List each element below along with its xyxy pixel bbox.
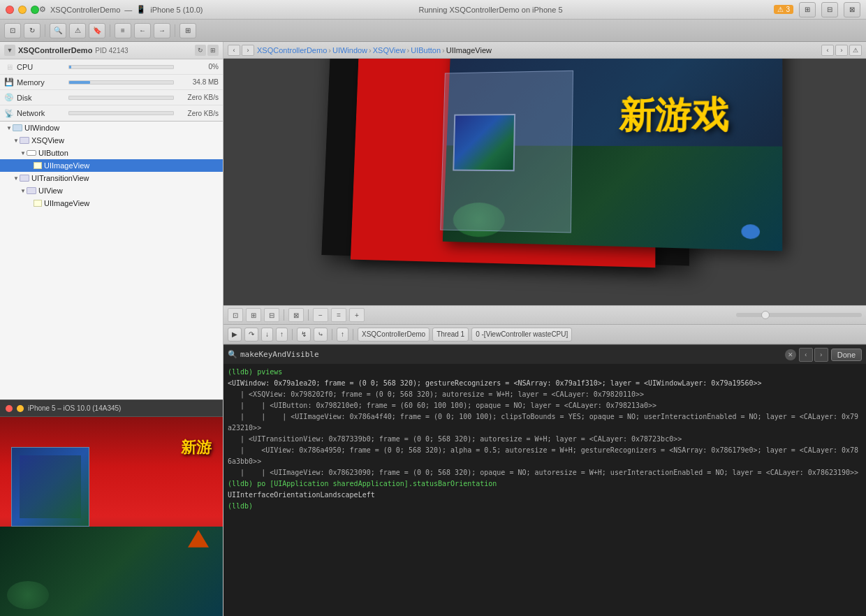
device-image-inner xyxy=(11,447,89,527)
refresh-button[interactable]: ↻ xyxy=(24,23,41,38)
thread-name: Thread 1 xyxy=(436,330,464,338)
grid-view-button[interactable]: ⊞ xyxy=(179,23,196,38)
tree-arrow-uibutton[interactable] xyxy=(20,150,27,156)
console-clear-button[interactable]: ✕ xyxy=(785,349,796,360)
network-label: Network xyxy=(17,109,66,117)
tree-arrow-uiwindow[interactable] xyxy=(6,125,13,131)
process-header: ▼ XSQControllerDemo PID 42143 ↻ ⊞ xyxy=(0,42,223,59)
console-line-3: | <XSQView: 0x798202f0; frame = (0 0; 56… xyxy=(228,389,862,400)
debug-sep-3 xyxy=(353,329,353,340)
grid-toggle-button[interactable]: ⊠ xyxy=(288,308,304,322)
console-done-button[interactable]: Done xyxy=(831,349,862,361)
tree-arrow-uiview[interactable] xyxy=(20,188,27,194)
layout-button[interactable]: ⊠ xyxy=(844,2,860,17)
canvas-right-controls xyxy=(736,313,862,317)
app-icon: ⚙ xyxy=(39,5,46,14)
device-title: iPhone 5 – iOS 10.0 (14A345) xyxy=(28,404,121,412)
console-line-6: | <UITransitionView: 0x787339b0; frame =… xyxy=(228,434,862,445)
tree-item-uitransitionview[interactable]: UITransitionView xyxy=(0,172,223,184)
device-island xyxy=(7,581,49,609)
layers-button[interactable]: ⊟ xyxy=(264,308,279,322)
continue-button[interactable]: ▶ xyxy=(228,328,242,342)
zoom-minus-button[interactable]: − xyxy=(313,308,328,322)
tree-item-uiview[interactable]: UIView xyxy=(0,184,223,197)
console-input[interactable] xyxy=(240,350,782,359)
frame-selector[interactable]: 0 -[ViewController wasteCPU] xyxy=(471,328,572,342)
device-image-content: 新游 xyxy=(0,417,223,616)
settings-button[interactable]: ⊞ xyxy=(799,2,816,17)
canvas-sep-2 xyxy=(308,309,309,321)
process-settings-icon[interactable]: ⊞ xyxy=(207,45,219,56)
tree-item-uiimageview-1[interactable]: UIImageView xyxy=(0,159,223,172)
step-instr-over-button[interactable]: ⤷ xyxy=(314,328,328,342)
nav-next-button[interactable]: › xyxy=(835,45,848,56)
maximize-button[interactable] xyxy=(31,6,39,14)
back-nav-button[interactable]: ← xyxy=(134,23,151,38)
step-into-button[interactable]: ↓ xyxy=(261,328,273,342)
xsqview-icon xyxy=(20,137,29,144)
nav-forward-button[interactable]: › xyxy=(242,45,254,56)
thread-value[interactable]: Thread 1 xyxy=(432,328,469,342)
console-line-5: | | | <UIImageView: 0x786a4f40; frame = … xyxy=(228,411,862,434)
canvas-zoom-bar[interactable] xyxy=(736,313,862,317)
nav-prev-button[interactable]: ‹ xyxy=(821,45,834,56)
tree-item-xsqview[interactable]: XSQView xyxy=(0,134,223,147)
memory-metric-row: 💾 Memory 34.8 MB xyxy=(0,75,223,90)
device-preview-header: iPhone 5 – iOS 10.0 (14A345) xyxy=(0,400,223,417)
view-toggle-button[interactable]: ⊟ xyxy=(821,2,838,17)
device-min-dot[interactable] xyxy=(17,405,24,412)
console-line-10: UIInterfaceOrientationLandscapeLeft xyxy=(228,490,862,501)
share-button[interactable]: ↑ xyxy=(337,328,348,342)
main-area: ▼ XSQControllerDemo PID 42143 ↻ ⊞ 🖥 CPU … xyxy=(0,42,866,616)
search-button[interactable]: 🔍 xyxy=(50,23,66,38)
tree-arrow-xsqview[interactable] xyxy=(13,138,20,144)
tree-item-uibutton[interactable]: UIButton xyxy=(0,147,223,159)
memory-icon: 💾 xyxy=(4,78,14,87)
uitransitionview-icon xyxy=(20,175,29,182)
frame-label: 0 -[ViewController wasteCPU] xyxy=(476,330,568,338)
breadcrumb-xsqcontrollerdemo[interactable]: XSQControllerDemo xyxy=(257,46,327,54)
console-prev-button[interactable]: ‹ xyxy=(799,348,813,362)
tree-item-uiwindow[interactable]: UIWindow xyxy=(0,122,223,134)
open-folder-button[interactable]: ⊡ xyxy=(4,23,21,38)
breadcrumb-xsqview[interactable]: XSQView xyxy=(373,46,406,54)
zoom-plus-button[interactable]: + xyxy=(349,308,365,322)
frame-toggle-button[interactable]: ⊡ xyxy=(228,308,243,322)
frame2-toggle-button[interactable]: ⊞ xyxy=(246,308,261,322)
toolbar-separator-2 xyxy=(110,24,110,37)
forward-nav-button[interactable]: → xyxy=(154,23,170,38)
warning-badge[interactable]: ⚠ 3 xyxy=(774,5,793,14)
debug-sep-2 xyxy=(332,329,332,340)
warn-button[interactable]: ⚠ xyxy=(69,23,86,38)
process-refresh-icon[interactable]: ↻ xyxy=(195,45,206,56)
step-instr-button[interactable]: ↯ xyxy=(297,328,311,342)
right-panel: ‹ › XSQControllerDemo › UIWindow › XSQVi… xyxy=(223,42,866,616)
minimize-button[interactable] xyxy=(18,6,27,14)
breadcrumb-uiwindow[interactable]: UIWindow xyxy=(332,46,367,54)
breadcrumb-uibutton[interactable]: UIButton xyxy=(411,46,441,54)
breadcrumb-uiimageview: UIImageView xyxy=(446,46,492,54)
tree-arrow-uitransitionview[interactable] xyxy=(13,175,20,182)
process-collapse-icon[interactable]: ▼ xyxy=(4,45,15,56)
left-panel: ▼ XSQControllerDemo PID 42143 ↻ ⊞ 🖥 CPU … xyxy=(0,42,223,616)
nav-back-button[interactable]: ‹ xyxy=(228,45,240,56)
titlebar-sep: — xyxy=(124,6,132,14)
thread-selector[interactable]: XSQControllerDemo xyxy=(358,328,430,342)
console-nav-buttons: ‹ › xyxy=(799,348,828,362)
cpu-icon: 🖥 xyxy=(4,62,14,72)
list-view-button[interactable]: ≡ xyxy=(115,23,131,38)
memory-bar-container xyxy=(68,80,174,85)
canvas-zoom-thumb[interactable] xyxy=(761,311,770,319)
tree-item-uiimageview-2[interactable]: UIImageView xyxy=(0,197,223,210)
nav-warn-button[interactable]: ⚠ xyxy=(849,45,862,56)
zoom-equals-button[interactable]: = xyxy=(331,308,346,322)
nav-right-actions: ‹ › ⚠ xyxy=(821,45,862,56)
step-over-button[interactable]: ↷ xyxy=(244,328,258,342)
close-button[interactable] xyxy=(6,6,14,14)
console-next-button[interactable]: › xyxy=(814,348,828,362)
device-volcano xyxy=(188,530,209,548)
chinese-text-overlay: 新游戏 xyxy=(618,90,728,140)
step-out-button[interactable]: ↑ xyxy=(276,328,288,342)
bookmark-button[interactable]: 🔖 xyxy=(89,23,105,38)
device-close-dot[interactable] xyxy=(6,405,13,412)
